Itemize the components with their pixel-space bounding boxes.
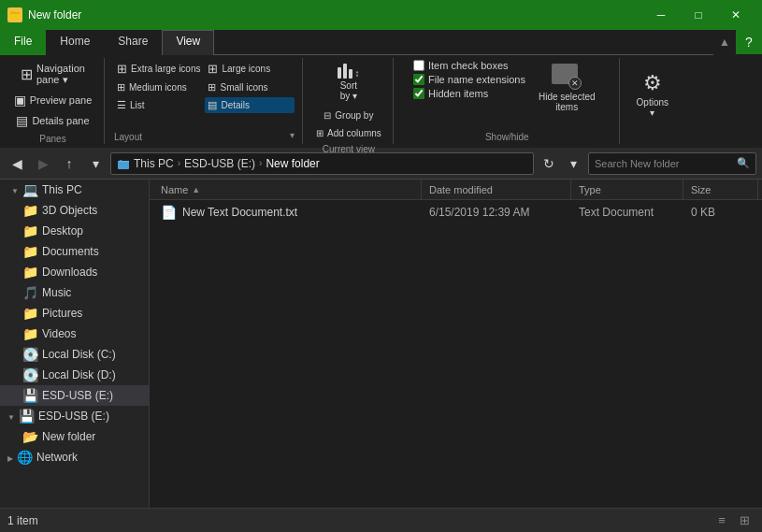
videos-label: Videos [42, 327, 76, 340]
extra-large-icons-button[interactable]: ⊞ Extra large icons [114, 60, 203, 78]
forward-button[interactable]: ▶ [32, 152, 54, 175]
details-pane-icon: ▤ [16, 113, 28, 128]
small-icons-button[interactable]: ⊞ Small icons [205, 79, 294, 95]
sidebar-item-esd-usb-e[interactable]: 💾 ESD-USB (E:) [0, 385, 149, 406]
add-columns-button[interactable]: ⊞ Add columns [312, 126, 385, 140]
up-button[interactable]: ↑ [58, 152, 80, 175]
recent-locations-button[interactable]: ▾ [84, 152, 107, 175]
preview-pane-button[interactable]: ▣ Preview pane [10, 91, 96, 109]
details-button[interactable]: ▤ Details [205, 97, 294, 113]
breadcrumb-controls: ↻ ▾ [538, 152, 584, 175]
navigation-pane-button[interactable]: ⊞ Navigationpane ▾ [17, 60, 89, 89]
close-button[interactable]: ✕ [717, 0, 755, 30]
col-header-type[interactable]: Type [571, 180, 683, 199]
sidebar-item-downloads[interactable]: 📁 Downloads [0, 262, 149, 282]
tab-share[interactable]: Share [104, 30, 162, 55]
tab-view[interactable]: View [162, 30, 214, 55]
breadcrumb-current[interactable]: New folder [266, 157, 319, 170]
item-checkboxes-label: Item check boxes [428, 60, 509, 71]
esd-usb-e-label: ESD-USB (E:) [42, 389, 113, 402]
showhide-group-label: Show/hide [485, 128, 529, 142]
refresh-button[interactable]: ↻ [538, 152, 560, 175]
back-button[interactable]: ◀ [6, 152, 28, 175]
panes-group-label: Panes [39, 130, 65, 144]
tiles-view-button[interactable]: ⊞ [734, 510, 755, 531]
file-row[interactable]: 📄 New Text Document.txt 6/15/2019 12:39 … [150, 200, 762, 224]
sidebar-item-3d-objects[interactable]: 📁 3D Objects [0, 200, 149, 221]
layout-expand-button[interactable]: ▾ [290, 130, 295, 140]
group-by-button[interactable]: ⊟ Group by [320, 108, 377, 122]
name-sort-arrow: ▲ [192, 185, 200, 194]
large-icon: ⊞ [208, 62, 218, 76]
layout-group-label: Layout [114, 128, 142, 142]
search-box[interactable]: Search New folder 🔍 [588, 152, 756, 175]
details-pane-button[interactable]: ▤ Details pane [12, 111, 93, 130]
sidebar-item-pictures[interactable]: 📁 Pictures [0, 303, 149, 324]
file-name-ext-checkbox[interactable] [413, 74, 424, 85]
esd-usb-e-icon: 💾 [22, 388, 38, 403]
disk-d-label: Local Disk (D:) [42, 368, 116, 381]
network-icon: 🌐 [17, 450, 33, 465]
list-button[interactable]: ☰ List [114, 97, 203, 113]
window-controls[interactable]: ─ □ ✕ [642, 0, 755, 30]
status-view-buttons: ≡ ⊞ [712, 510, 755, 531]
help-button[interactable]: ? [736, 30, 762, 54]
ribbon-group-options: ⚙ Options▾ [622, 58, 683, 144]
hidden-items-label: Hidden items [428, 88, 488, 99]
downloads-icon: 📁 [22, 265, 38, 280]
details-view-button[interactable]: ≡ [712, 510, 732, 531]
tab-home[interactable]: Home [46, 30, 104, 55]
nav-pane-label: Navigationpane ▾ [36, 63, 85, 86]
preview-pane-icon: ▣ [14, 93, 26, 108]
breadcrumb-esd-usb[interactable]: ESD-USB (E:) [184, 157, 255, 170]
options-button[interactable]: ⚙ Options▾ [629, 67, 676, 122]
sidebar-item-videos[interactable]: 📁 Videos [0, 324, 149, 344]
col-header-size[interactable]: Size [683, 180, 758, 199]
network-label: Network [36, 451, 78, 464]
small-icon: ⊞ [208, 81, 216, 93]
breadcrumb-this-pc[interactable]: This PC [134, 157, 174, 170]
medium-icons-button[interactable]: ⊞ Medium icons [114, 79, 203, 95]
file-name-ext-row[interactable]: File name extensions [413, 74, 525, 85]
3d-objects-icon: 📁 [22, 203, 38, 218]
sidebar-item-music[interactable]: 🎵 Music [0, 282, 149, 303]
hide-selected-button[interactable]: ✕ Hide selecteditems [533, 60, 601, 116]
hidden-items-checkbox[interactable] [413, 88, 424, 99]
breadcrumb[interactable]: This PC › ESD-USB (E:) › New folder [110, 152, 534, 175]
file-size-cell: 0 KB [683, 206, 758, 219]
item-checkboxes-row[interactable]: Item check boxes [413, 60, 525, 71]
sidebar-item-network[interactable]: 🌐 Network [0, 447, 149, 467]
documents-icon: 📁 [22, 244, 38, 259]
col-header-name[interactable]: Name▲ [153, 180, 422, 199]
hidden-items-row[interactable]: Hidden items [413, 88, 525, 99]
add-cols-icon: ⊞ [316, 128, 323, 138]
maximize-button[interactable]: □ [680, 0, 717, 30]
details-icon: ▤ [208, 99, 217, 111]
ribbon-collapse-button[interactable]: ▲ [713, 30, 736, 54]
large-icons-button[interactable]: ⊞ Large icons [205, 60, 294, 78]
item-checkboxes-checkbox[interactable] [413, 60, 424, 71]
sidebar-item-disk-d[interactable]: 💽 Local Disk (D:) [0, 365, 149, 385]
sidebar-item-this-pc[interactable]: 💻 This PC [0, 180, 149, 200]
minimize-button[interactable]: ─ [642, 0, 680, 30]
sidebar-item-documents[interactable]: 📁 Documents [0, 241, 149, 262]
title-bar-left: New folder [7, 7, 81, 22]
ribbon-group-layout: ⊞ Extra large icons ⊞ Large icons ⊞ Medi… [107, 58, 303, 144]
breadcrumb-dropdown-button[interactable]: ▾ [562, 152, 584, 175]
downloads-label: Downloads [42, 266, 97, 279]
tab-file[interactable]: File [0, 30, 46, 55]
window-title: New folder [28, 8, 81, 22]
new-folder-label: New folder [42, 430, 95, 443]
sidebar-item-esd-usb-e2[interactable]: 💾 ESD-USB (E:) [0, 406, 149, 426]
group-by-icon: ⊟ [323, 110, 331, 121]
extra-large-icon: ⊞ [117, 62, 127, 76]
sidebar-item-disk-c[interactable]: 💽 Local Disk (C:) [0, 344, 149, 365]
sidebar-item-desktop[interactable]: 📁 Desktop [0, 221, 149, 241]
sidebar-item-new-folder[interactable]: 📂 New folder [0, 426, 149, 447]
music-icon: 🎵 [22, 285, 38, 300]
sidebar: 💻 This PC 📁 3D Objects 📁 Desktop 📁 Docum… [0, 180, 150, 508]
sort-by-button[interactable]: ↕ Sortby ▾ [321, 60, 377, 105]
videos-icon: 📁 [22, 326, 38, 341]
col-header-date[interactable]: Date modified [422, 180, 571, 199]
pictures-label: Pictures [42, 307, 82, 320]
